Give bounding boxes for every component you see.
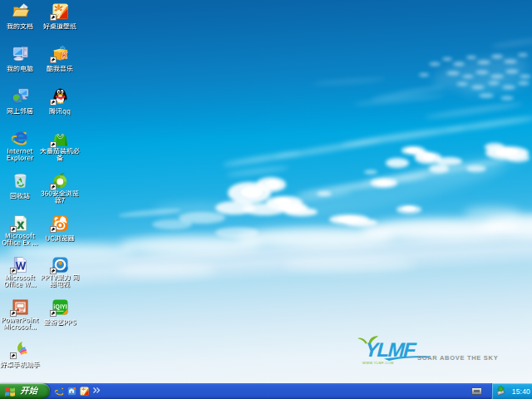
svg-text:WWW.YLMF.COM: WWW.YLMF.COM (362, 361, 394, 365)
svg-text:SOAR ABOVE THE SKY: SOAR ABOVE THE SKY (417, 354, 498, 362)
